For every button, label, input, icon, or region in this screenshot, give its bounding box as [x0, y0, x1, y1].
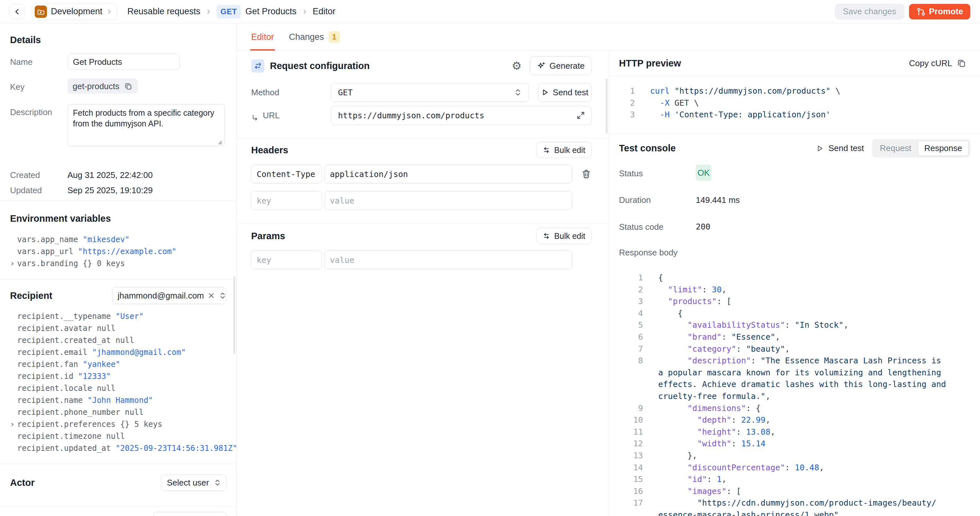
variable-key: recipient.avatar — [17, 324, 92, 333]
param-value-input[interactable] — [325, 250, 572, 269]
code-line: 2 "limit": 30, — [619, 284, 970, 296]
code-line: cruelty-free formula.", — [619, 390, 970, 403]
updated-value: Sep 25 2025, 19:10:29 — [67, 182, 153, 196]
variable-key: recipient.fan — [17, 360, 78, 369]
tab-editor-label: Editor — [251, 32, 274, 42]
breadcrumb-request[interactable]: Get Products — [245, 6, 296, 16]
copy-icon — [957, 58, 966, 68]
copy-curl-button[interactable]: Copy cURL — [909, 58, 966, 68]
status-code-label: Status code — [619, 222, 696, 232]
line-number: 13 — [619, 450, 643, 462]
variable-key: vars.app_url — [17, 247, 73, 256]
preview-pane: HTTP preview Copy cURL 1curl "https://du… — [609, 51, 980, 516]
variable-key: recipient.timezone — [17, 432, 102, 441]
line-number: 6 — [619, 331, 643, 343]
clear-icon[interactable] — [208, 292, 215, 299]
tenant-select-placeholder: Select tenant — [160, 515, 209, 516]
tab-changes[interactable]: Changes 1 — [289, 24, 340, 50]
description-textarea[interactable]: Fetch products from a specific category … — [67, 104, 225, 146]
swap-icon — [542, 146, 550, 154]
variable-row: recipient.updated_at "2025-09-23T14:56:3… — [17, 443, 226, 454]
request-configuration-title: Request configuration — [270, 61, 370, 71]
line-number: 10 — [619, 414, 643, 426]
method-badge: GET — [216, 5, 241, 19]
method-value: GET — [338, 88, 353, 97]
arrow-branch-icon — [251, 110, 259, 125]
created-label: Created — [10, 167, 67, 180]
chevron-updown-icon — [213, 479, 221, 486]
variable-row: recipient.__typename "User" — [17, 311, 226, 323]
headers-bulk-edit-button[interactable]: Bulk edit — [536, 142, 592, 158]
editor-scrollbar[interactable] — [606, 78, 608, 134]
actor-select-placeholder: Select user — [167, 478, 209, 488]
bulk-edit-label: Bulk edit — [554, 145, 585, 155]
variable-value: null — [106, 432, 125, 441]
console-send-test-button[interactable]: Send test — [816, 143, 864, 153]
expand-chevron-icon[interactable]: › — [10, 419, 14, 430]
param-key-input[interactable] — [251, 250, 322, 269]
recipient-select[interactable]: jhammond@gmail.com — [112, 287, 226, 304]
resize-grip-icon[interactable] — [217, 140, 222, 145]
variable-key: recipient.id — [17, 372, 73, 381]
editor-tabbar: Editor Changes 1 — [237, 24, 980, 51]
toggle-response[interactable]: Response — [918, 141, 969, 156]
tab-editor[interactable]: Editor — [251, 24, 274, 50]
expand-icon[interactable] — [576, 110, 585, 120]
code-line: 4 { — [619, 307, 970, 320]
actor-select[interactable]: Select user — [161, 475, 226, 491]
chevron-right-icon — [106, 9, 112, 14]
header-value-input[interactable] — [325, 165, 572, 183]
variable-key: vars.app_name — [17, 235, 78, 244]
back-button[interactable] — [10, 4, 25, 19]
code-line: 11 "height": 13.08, — [619, 426, 970, 438]
variable-value: "User" — [115, 312, 143, 321]
line-number: 3 — [619, 296, 643, 307]
response-body-label: Response body — [619, 248, 696, 258]
params-bulk-edit-button[interactable]: Bulk edit — [536, 228, 592, 244]
send-test-button[interactable]: Send test — [538, 83, 592, 102]
name-label: Name — [10, 54, 67, 70]
send-test-label: Send test — [553, 88, 589, 97]
sparkle-icon — [537, 61, 546, 70]
gear-icon[interactable]: ⚙ — [512, 60, 522, 71]
code-line: 2 -X GET \ — [619, 97, 970, 109]
breadcrumb-section[interactable]: Reusable requests — [127, 6, 200, 16]
code-line: 1{ — [619, 272, 970, 284]
line-number: 1 — [619, 272, 643, 284]
variable-value: {} 5 keys — [120, 420, 162, 429]
header-value-input-empty[interactable] — [325, 191, 572, 210]
toggle-request[interactable]: Request — [873, 141, 918, 156]
header-key-input-empty[interactable] — [251, 191, 322, 210]
breadcrumb-page: Editor — [313, 6, 336, 16]
variable-value: {} 0 keys — [83, 259, 125, 268]
sidebar-scrollbar[interactable] — [233, 277, 235, 354]
expand-chevron-icon[interactable]: › — [10, 258, 14, 270]
variable-value: null — [97, 324, 116, 333]
line-number: 8 — [619, 355, 643, 367]
generate-button[interactable]: Generate — [530, 56, 592, 75]
save-changes-button[interactable]: Save changes — [835, 4, 905, 19]
play-icon — [541, 89, 549, 96]
details-heading: Details — [10, 35, 226, 45]
line-number — [619, 367, 643, 379]
code-line: essence-mascara-lash-princess/1.webp" — [619, 509, 970, 516]
line-number: 14 — [619, 462, 643, 474]
code-line: effects. Achieve dramatic lashes with th… — [619, 379, 970, 390]
description-label: Description — [10, 104, 67, 148]
variable-key: recipient.__typename — [17, 312, 111, 321]
updated-label: Updated — [10, 182, 67, 196]
tenant-select[interactable]: Select tenant — [154, 512, 226, 516]
header-key-input[interactable] — [251, 165, 322, 183]
url-input[interactable] — [331, 106, 592, 125]
line-number: 3 — [619, 109, 635, 121]
variable-value: null — [115, 336, 134, 345]
trash-icon[interactable] — [581, 169, 592, 179]
folder-lock-icon — [35, 5, 47, 18]
copy-curl-label: Copy cURL — [909, 58, 952, 68]
project-switcher[interactable]: Development — [32, 3, 117, 21]
method-select[interactable]: GET — [331, 83, 529, 102]
copy-icon[interactable] — [124, 82, 132, 91]
promote-button[interactable]: Promote — [909, 4, 970, 19]
name-input[interactable] — [67, 54, 180, 70]
created-value: Aug 31 2025, 22:42:00 — [67, 167, 153, 180]
